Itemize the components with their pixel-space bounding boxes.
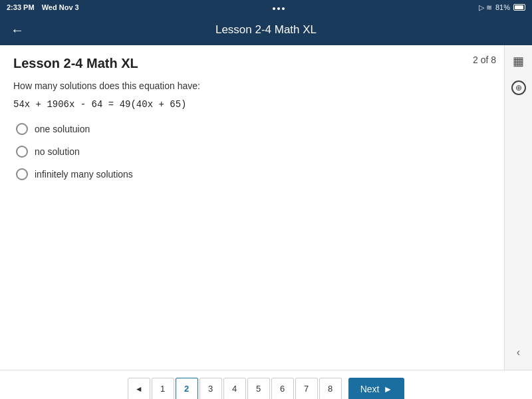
status-dots [273,5,285,10]
page-5-button[interactable]: 5 [247,378,270,400]
answer-options: one solutuion no solution infinitely man… [16,123,491,180]
back-arrow-icon: ← [11,23,24,38]
page-8-button[interactable]: 8 [319,378,342,400]
collapse-icon: ‹ [517,346,520,358]
page-3-button[interactable]: 3 [200,378,222,400]
prev-arrow-icon: ◄ [135,384,143,394]
radio-one-solution[interactable] [16,123,28,135]
page-4-button[interactable]: 4 [223,378,246,400]
next-arrow-icon: ► [383,384,392,394]
table-icon-button[interactable]: ▦ [508,51,529,72]
question-prompt: How many solutions does this equation ha… [13,80,491,91]
status-indicators: ▷ ≋ 81% [479,3,525,12]
battery-icon [513,4,525,11]
radio-infinitely-many[interactable] [16,168,28,180]
option-no-solution-label: no solution [35,146,80,157]
prev-page-button[interactable]: ◄ [128,378,150,400]
option-one-solution[interactable]: one solutuion [16,123,491,135]
status-bar: 2:33 PM Wed Nov 3 ▷ ≋ 81% [0,0,532,15]
radio-no-solution[interactable] [16,146,28,158]
page-6-button[interactable]: 6 [271,378,294,400]
accessibility-icon: ⊕ [511,80,526,95]
header-title: Lesson 2-4 Math XL [215,23,317,37]
main-content: Lesson 2-4 Math XL 2 of 8 How many solut… [0,45,532,370]
page-1-button[interactable]: 1 [152,378,174,400]
option-infinitely-many-label: infinitely many solutions [35,169,133,180]
sidebar-icons: ▦ ⊕ ‹ [504,45,532,370]
status-time-date: 2:33 PM Wed Nov 3 [7,3,79,11]
back-button[interactable]: ← [11,23,24,38]
collapse-sidebar-button[interactable]: ‹ [508,342,529,363]
page-counter: 2 of 8 [473,55,496,65]
table-icon: ▦ [513,54,524,68]
option-one-solution-label: one solutuion [35,124,90,134]
option-infinitely-many[interactable]: infinitely many solutions [16,168,491,180]
pagination-bar: ◄ 1 2 3 4 5 6 7 8 Next ► [0,370,532,399]
page-7-button[interactable]: 7 [295,378,318,400]
accessibility-icon-button[interactable]: ⊕ [508,77,529,98]
page-title: Lesson 2-4 Math XL [13,56,491,71]
page-2-button[interactable]: 2 [176,378,198,400]
next-label: Next [360,384,380,394]
equation-display: 54x + 1906x - 64 = 49(40x + 65) [13,99,491,110]
battery-indicator: 81% [495,3,510,11]
next-button[interactable]: Next ► [348,378,405,400]
header: ← Lesson 2-4 Math XL [0,15,532,45]
wifi-icon: ▷ ≋ [479,3,492,12]
content-area: Lesson 2-4 Math XL 2 of 8 How many solut… [0,45,504,370]
option-no-solution[interactable]: no solution [16,146,491,158]
